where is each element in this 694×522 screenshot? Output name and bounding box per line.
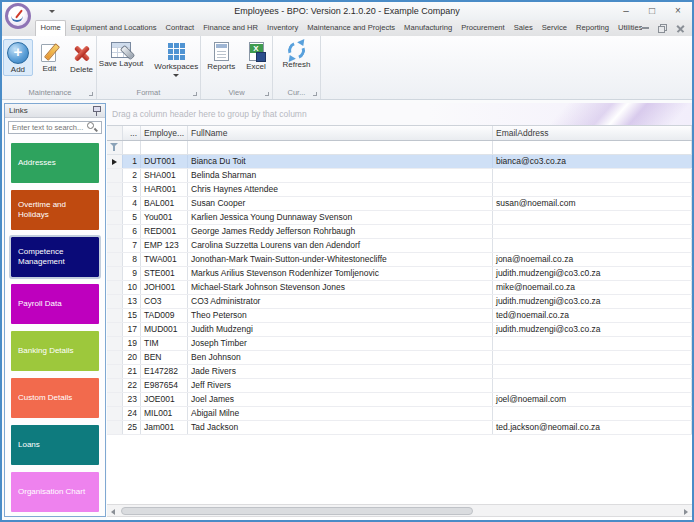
table-row[interactable]: 13 CO3 CO3 Administrator judith.mudzengi… [107, 295, 692, 309]
email-cell[interactable] [493, 379, 692, 392]
sidebar-item-addresses[interactable]: Addresses [11, 143, 99, 183]
pin-icon[interactable] [92, 105, 101, 116]
table-row[interactable]: 17 MUD001 Judith Mudzengi judith.mudzeng… [107, 323, 692, 337]
table-row[interactable]: 24 MIL001 Abigail Milne [107, 407, 692, 421]
email-cell[interactable]: ted.jackson@neomail.co.za [493, 421, 692, 434]
email-cell[interactable] [493, 407, 692, 420]
email-cell[interactable]: jona@noemail.co.za [493, 253, 692, 266]
sidebar-search-input[interactable] [12, 123, 87, 132]
fullname-cell[interactable]: Belinda Sharman [188, 169, 493, 182]
email-cell[interactable] [493, 225, 692, 238]
table-row[interactable]: 20 BEN Ben Johnson [107, 351, 692, 365]
column-header-employe[interactable]: Employe... [141, 126, 188, 140]
scrollbar-thumb[interactable] [121, 507, 473, 515]
tab-inventory[interactable]: Inventory [263, 20, 303, 36]
tab-utilities[interactable]: Utilities [613, 20, 642, 36]
fullname-cell[interactable]: Karlien Jessica Young Dunnaway Svenson [188, 211, 493, 224]
row-number-cell[interactable]: 25 [123, 421, 141, 434]
search-icon[interactable] [87, 122, 98, 133]
fullname-cell[interactable]: Tad Jackson [188, 421, 493, 434]
add-button[interactable]: Add [3, 39, 33, 76]
sidebar-item-payroll-data[interactable]: Payroll Data [11, 284, 99, 324]
email-cell[interactable]: judith.mudzengi@co3.c0.za [493, 267, 692, 280]
column-header-[interactable]: ... [123, 126, 141, 140]
employee-code-cell[interactable]: Jam001 [141, 421, 188, 434]
edit-button[interactable]: Edit [36, 39, 63, 75]
row-number-cell[interactable]: 19 [123, 337, 141, 350]
mdi-minimize-icon[interactable] [642, 27, 649, 29]
email-cell[interactable] [493, 183, 692, 196]
row-number-cell[interactable]: 17 [123, 323, 141, 336]
sidebar-item-overtime-and-holidays[interactable]: Overtime and Holidays [11, 190, 99, 230]
scroll-left-arrow-icon[interactable] [111, 509, 115, 515]
row-number-cell[interactable]: 1 [123, 155, 141, 168]
fullname-cell[interactable]: George James Reddy Jefferson Rohrbaugh [188, 225, 493, 238]
row-number-cell[interactable]: 20 [123, 351, 141, 364]
tab-sales[interactable]: Sales [509, 20, 537, 36]
filter-cell[interactable] [493, 141, 692, 154]
dialog-launcher-icon[interactable] [313, 92, 317, 96]
close-button[interactable]: × [670, 3, 686, 19]
employee-code-cell[interactable]: MIL001 [141, 407, 188, 420]
row-number-cell[interactable]: 22 [123, 379, 141, 392]
table-row[interactable]: 15 TAD009 Theo Peterson ted@noemail.co.z… [107, 309, 692, 323]
column-header-fullname[interactable]: FullName [188, 126, 493, 140]
row-number-cell[interactable]: 21 [123, 365, 141, 378]
fullname-cell[interactable]: Jade Rivers [188, 365, 493, 378]
tab-home[interactable]: Home [35, 20, 66, 36]
filter-cell[interactable] [188, 141, 493, 154]
sidebar-item-banking-details[interactable]: Banking Details [11, 331, 99, 371]
tab-maintenance-and-projects[interactable]: Maintenance and Projects [303, 20, 400, 36]
refresh-button[interactable]: Refresh [278, 39, 314, 71]
dialog-launcher-icon[interactable] [193, 92, 197, 96]
row-number-cell[interactable]: 2 [123, 169, 141, 182]
column-header-emailaddress[interactable]: EmailAddress [493, 126, 692, 140]
table-row[interactable]: 9 STE001 Markus Arilius Stevenson Rodenh… [107, 267, 692, 281]
minimize-button[interactable]: – [618, 3, 634, 19]
row-number-cell[interactable]: 3 [123, 183, 141, 196]
email-cell[interactable] [493, 351, 692, 364]
scroll-right-arrow-icon[interactable] [684, 509, 688, 515]
table-row[interactable]: 21 E147282 Jade Rivers [107, 365, 692, 379]
row-number-cell[interactable]: 24 [123, 407, 141, 420]
app-logo-icon[interactable] [5, 3, 31, 29]
email-cell[interactable]: judith.mudzengi@co3.co.za [493, 323, 692, 336]
table-row[interactable]: 7 EMP 123 Carolina Suzzetta Lourens van … [107, 239, 692, 253]
save-layout-button[interactable]: Save Layout [95, 39, 147, 70]
tab-manufacturing[interactable]: Manufacturing [400, 20, 457, 36]
row-number-cell[interactable]: 8 [123, 253, 141, 266]
fullname-cell[interactable]: Ben Johnson [188, 351, 493, 364]
email-cell[interactable]: judith.mudzengi@co3.co.za [493, 295, 692, 308]
employee-code-cell[interactable]: BAL001 [141, 197, 188, 210]
table-row[interactable]: 22 E987654 Jeff Rivers [107, 379, 692, 393]
row-number-cell[interactable]: 6 [123, 225, 141, 238]
row-number-cell[interactable]: 9 [123, 267, 141, 280]
fullname-cell[interactable]: Jeff Rivers [188, 379, 493, 392]
excel-button[interactable]: Excel [242, 39, 270, 73]
mdi-restore-icon[interactable] [658, 24, 667, 33]
row-number-cell[interactable]: 10 [123, 281, 141, 294]
email-cell[interactable]: joel@noemail.com [493, 393, 692, 406]
dialog-launcher-icon[interactable] [265, 92, 269, 96]
fullname-cell[interactable]: Bianca Du Toit [188, 155, 493, 168]
sidebar-item-competence-management[interactable]: Competence Management [11, 237, 99, 277]
fullname-cell[interactable]: Markus Arilius Stevenson Rodenhizer Toml… [188, 267, 493, 280]
email-cell[interactable]: bianca@co3.co.za [493, 155, 692, 168]
horizontal-scrollbar[interactable] [107, 504, 692, 517]
sidebar-item-loans[interactable]: Loans [11, 425, 99, 465]
row-number-cell[interactable]: 15 [123, 309, 141, 322]
email-cell[interactable]: susan@noemail.com [493, 197, 692, 210]
reports-button[interactable]: Reports [203, 39, 239, 73]
group-by-panel[interactable]: Drag a column header here to group by th… [107, 103, 692, 125]
email-cell[interactable] [493, 365, 692, 378]
employee-code-cell[interactable]: E147282 [141, 365, 188, 378]
employee-code-cell[interactable]: HAR001 [141, 183, 188, 196]
table-row[interactable]: 5 You001 Karlien Jessica Young Dunnaway … [107, 211, 692, 225]
email-cell[interactable]: mike@noemail.co.za [493, 281, 692, 294]
row-number-cell[interactable]: 5 [123, 211, 141, 224]
tab-procurement[interactable]: Procurement [457, 20, 509, 36]
fullname-cell[interactable]: Jonothan-Mark Twain-Sutton-under-Whitest… [188, 253, 493, 266]
employee-code-cell[interactable]: CO3 [141, 295, 188, 308]
employee-code-cell[interactable]: JOH001 [141, 281, 188, 294]
table-row[interactable]: 4 BAL001 Susan Cooper susan@noemail.com [107, 197, 692, 211]
